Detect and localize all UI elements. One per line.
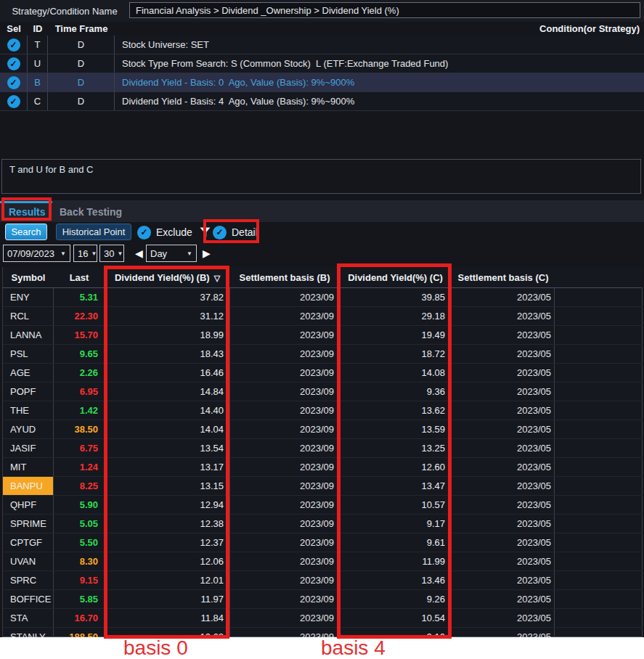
header-dividend-yield-b[interactable]: Dividend Yield(%) (B)▽ [105, 272, 230, 283]
check-icon[interactable]: ✓ [7, 76, 20, 89]
condition-sel-cell: ✓ [0, 92, 28, 110]
settlement-b-cell: 2023/09 [230, 609, 339, 627]
detail-check-icon[interactable]: ✓ [213, 226, 227, 240]
symbol-cell[interactable]: THE [3, 401, 54, 419]
exclude-label: Exclude [156, 226, 192, 238]
settlement-b-cell: 2023/09 [230, 458, 339, 476]
symbol-cell[interactable]: BOFFICE [3, 590, 54, 608]
chevron-down-icon: ▼ [117, 250, 123, 257]
dividend-yield-c-cell: 29.18 [339, 307, 452, 325]
condition-row[interactable]: ✓ T D Stock Universe: SET [0, 36, 644, 54]
chevron-down-icon: ▼ [60, 250, 66, 257]
tab-back-testing[interactable]: Back Testing [60, 206, 122, 218]
last-price-cell: 5.31 [54, 288, 105, 306]
period-select[interactable]: Day ▼ [146, 245, 197, 262]
last-price-cell: 9.65 [54, 345, 105, 363]
condition-text: Dividend Yield - Basis: 0 Ago, Value (Ba… [115, 73, 644, 91]
next-arrow-icon[interactable]: ▶ [203, 247, 211, 260]
historical-point-button[interactable]: Historical Point [56, 224, 131, 240]
symbol-cell[interactable]: ENY [3, 288, 54, 306]
symbol-cell[interactable]: CPTGF [3, 533, 54, 552]
symbol-cell[interactable]: POPF [3, 382, 54, 401]
settlement-c-cell: 2023/05 [452, 609, 555, 627]
dividend-yield-b-cell: 13.54 [105, 439, 230, 457]
table-row[interactable]: MIT 1.24 13.17 2023/09 12.60 2023/05 [3, 458, 643, 477]
exclude-check-icon[interactable]: ✓ [137, 226, 151, 240]
symbol-cell[interactable]: LANNA [3, 326, 54, 344]
table-row[interactable]: ENY 5.31 37.82 2023/09 39.85 2023/05 [3, 288, 643, 307]
check-icon[interactable]: ✓ [7, 38, 20, 52]
prev-arrow-icon[interactable]: ◀ [135, 247, 143, 260]
search-button[interactable]: Search [5, 224, 47, 240]
dividend-yield-b-cell: 12.06 [105, 552, 230, 570]
symbol-cell[interactable]: AGE [3, 364, 54, 382]
dividend-yield-c-cell: 11.99 [339, 552, 452, 570]
results-header: Symbol Last Dividend Yield(%) (B)▽ Settl… [3, 267, 643, 288]
symbol-cell[interactable]: STA [3, 609, 54, 627]
symbol-cell[interactable]: PSL [3, 345, 54, 363]
table-row[interactable]: SPRIME 5.05 12.38 2023/09 9.17 2023/05 [3, 515, 643, 533]
last-price-cell: 8.30 [54, 552, 105, 570]
condition-row[interactable]: ✓ B D Dividend Yield - Basis: 0 Ago, Val… [0, 73, 644, 92]
header-settlement-b[interactable]: Settlement basis (B) [230, 272, 339, 283]
symbol-cell[interactable]: MIT [3, 458, 54, 476]
dividend-yield-c-cell: 18.72 [339, 345, 452, 363]
tab-results[interactable]: Results [9, 206, 46, 218]
table-row[interactable]: THE 1.42 14.40 2023/09 13.62 2023/05 [3, 401, 643, 420]
symbol-cell[interactable]: QHPF [3, 496, 54, 514]
table-row[interactable]: BANPU 8.25 13.15 2023/09 13.47 2023/05 [3, 477, 643, 496]
last-price-cell: 8.25 [54, 477, 105, 495]
table-row[interactable]: BOFFICE 5.85 11.97 2023/09 9.26 2023/05 [3, 590, 643, 609]
table-row[interactable]: LANNA 15.70 18.99 2023/09 19.49 2023/05 [3, 326, 643, 345]
header-last[interactable]: Last [54, 272, 105, 283]
filler-cell [555, 458, 643, 476]
dividend-yield-c-cell: 13.25 [339, 439, 452, 457]
filter-icon[interactable] [200, 227, 211, 237]
settlement-b-cell: 2023/09 [230, 307, 339, 325]
header-symbol[interactable]: Symbol [3, 272, 54, 283]
table-row[interactable]: AGE 2.26 16.46 2023/09 14.08 2023/05 [3, 364, 643, 382]
settlement-c-cell: 2023/05 [452, 571, 555, 589]
settlement-b-cell: 2023/09 [230, 401, 339, 419]
table-row[interactable]: PSL 9.65 18.43 2023/09 18.72 2023/05 [3, 345, 643, 364]
results-table: Symbol Last Dividend Yield(%) (B)▽ Settl… [2, 267, 643, 637]
date-select[interactable]: 07/09/2023 ▼ [3, 245, 70, 262]
dividend-yield-b-cell: 11.84 [105, 609, 230, 627]
symbol-cell[interactable]: SPRC [3, 571, 54, 589]
filler-cell [555, 515, 643, 533]
table-row[interactable]: POPF 6.95 14.84 2023/09 9.36 2023/05 [3, 382, 643, 401]
strategy-path-input[interactable] [129, 2, 640, 18]
symbol-cell[interactable]: BANPU [3, 477, 54, 495]
table-row[interactable]: CPTGF 5.50 12.37 2023/09 9.61 2023/05 [3, 533, 643, 552]
table-row[interactable]: JASIF 6.75 13.54 2023/09 13.25 2023/05 [3, 439, 643, 458]
symbol-cell[interactable]: RCL [3, 307, 54, 325]
header-dividend-yield-b-label: Dividend Yield(%) (B) [115, 272, 210, 283]
condition-row[interactable]: ✓ C D Dividend Yield - Basis: 4 Ago, Val… [0, 92, 644, 111]
minute-select[interactable]: 30 ▼ [99, 245, 124, 262]
last-price-cell: 2.26 [54, 364, 105, 382]
settlement-c-cell: 2023/05 [452, 420, 555, 438]
header-dividend-yield-c[interactable]: Dividend Yield(%) (C) [339, 272, 452, 283]
dividend-yield-b-cell: 12.94 [105, 496, 230, 514]
condition-row[interactable]: ✓ U D Stock Type From Search: S (Common … [0, 54, 644, 73]
symbol-cell[interactable]: UVAN [3, 552, 54, 570]
table-row[interactable]: AYUD 38.50 14.04 2023/09 13.59 2023/05 [3, 420, 643, 439]
table-row[interactable]: UVAN 8.30 12.06 2023/09 11.99 2023/05 [3, 552, 643, 571]
check-icon[interactable]: ✓ [7, 95, 20, 108]
table-row[interactable]: QHPF 5.90 12.94 2023/09 10.57 2023/05 [3, 496, 643, 515]
check-icon[interactable]: ✓ [7, 57, 20, 70]
table-row[interactable]: RCL 22.30 31.12 2023/09 29.18 2023/05 [3, 307, 643, 326]
hour-select[interactable]: 16 ▼ [73, 245, 97, 262]
table-row[interactable]: SPRC 9.15 12.01 2023/09 13.46 2023/05 [3, 571, 643, 590]
filler-cell [555, 571, 643, 589]
dividend-yield-b-cell: 11.97 [105, 590, 230, 608]
symbol-cell[interactable]: JASIF [3, 439, 54, 457]
symbol-cell[interactable]: SPRIME [3, 515, 54, 533]
formula-box[interactable]: T and U for B and C [1, 159, 641, 194]
header-settlement-c[interactable]: Settlement basis (C) [452, 272, 555, 283]
settlement-b-cell: 2023/09 [230, 515, 339, 533]
symbol-cell[interactable]: AYUD [3, 420, 54, 438]
strategy-name-label: Strategy/Condition Name [0, 6, 129, 17]
settlement-b-cell: 2023/09 [230, 552, 339, 570]
table-row[interactable]: STA 16.70 11.84 2023/09 10.54 2023/05 [3, 609, 643, 628]
